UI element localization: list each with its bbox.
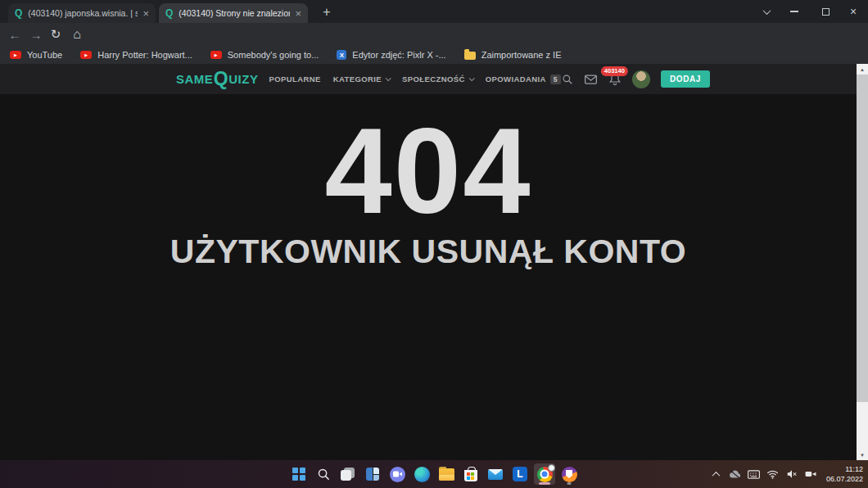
youtube-icon: ▶ [80, 51, 92, 59]
minimize-icon [790, 11, 798, 12]
folder-icon [464, 52, 476, 60]
scroll-up-arrow[interactable]: ▲ [857, 64, 868, 75]
edge-icon [414, 467, 430, 482]
back-button[interactable]: ← [5, 25, 25, 44]
microsoft-store-button[interactable] [460, 463, 481, 485]
bookmark-harry-potter[interactable]: ▶ Harry Potter: Hogwart... [80, 50, 192, 60]
bookmarks-bar: ▶ YouTube ▶ Harry Potter: Hogwart... ▶ S… [0, 46, 868, 64]
bookmark-label: Zaimportowane z IE [481, 50, 562, 60]
mail-icon [488, 469, 503, 480]
file-explorer-icon [439, 468, 454, 481]
clock-date: 06.07.2022 [826, 474, 863, 484]
nav-label: POPULARNE [269, 75, 320, 84]
chevron-up-icon [712, 471, 721, 479]
bookmark-label: Harry Potter: Hogwart... [97, 50, 192, 60]
tab-search-chevron-icon[interactable] [757, 0, 776, 23]
tab-close-icon[interactable]: × [295, 8, 301, 19]
antivirus-button[interactable] [558, 463, 580, 485]
bookmark-youtube[interactable]: ▶ YouTube [10, 50, 62, 60]
logo-text: UIZY [228, 72, 258, 86]
chat-camera-icon [390, 467, 405, 482]
window-maximize-button[interactable] [816, 0, 835, 23]
browser-tab-active[interactable]: Q (403140) Strony nie znaleziono | sam × [159, 3, 308, 23]
start-button[interactable] [288, 463, 310, 485]
widgets-icon [366, 468, 379, 481]
bookmark-somebody[interactable]: ▶ Somebody's going to... [210, 50, 319, 60]
widgets-button[interactable] [362, 463, 383, 485]
add-quiz-button[interactable]: DODAJ [661, 70, 710, 88]
pixlr-icon: X [337, 50, 346, 60]
youtube-icon: ▶ [210, 51, 222, 59]
new-tab-button[interactable]: + [318, 3, 336, 21]
taskbar-search-button[interactable] [313, 463, 334, 485]
running-app-indicator [539, 482, 550, 485]
task-view-button[interactable] [337, 463, 359, 485]
home-button[interactable]: ⌂ [67, 25, 87, 44]
scroll-down-arrow[interactable]: ▼ [857, 450, 868, 460]
user-avatar[interactable] [632, 70, 650, 88]
tab-title: (403140) Strony nie znaleziono | sam [179, 8, 290, 18]
task-view-icon [341, 468, 355, 481]
error-code: 404 [0, 114, 857, 229]
search-icon [317, 468, 331, 481]
windows-taskbar: L [0, 460, 868, 488]
running-app-indicator [567, 482, 572, 485]
window-close-button[interactable]: × [843, 0, 863, 23]
nav-badge: 5 [550, 75, 561, 84]
tab-title: (403140) japonska.wisnia. | sameQu [28, 8, 138, 18]
chrome-notification-badge [548, 464, 555, 472]
site-search-icon[interactable] [561, 73, 574, 86]
bookmark-imported-folder[interactable]: Zaimportowane z IE [464, 50, 562, 60]
nav-item-opowiadania[interactable]: OPOWIADANIA5 [486, 75, 561, 84]
notifications-bell-icon[interactable]: 403140 [608, 73, 622, 86]
nav-item-popularne[interactable]: POPULARNE [269, 75, 320, 84]
notification-count-badge: 403140 [601, 66, 628, 76]
logo-q: Q [214, 70, 228, 88]
desktop-screen: Q (403140) japonska.wisnia. | sameQu × Q… [0, 0, 868, 488]
volume-muted-icon[interactable] [785, 468, 798, 481]
samequizy-logo[interactable]: SAMEQUIZY [176, 70, 258, 88]
browser-toolbar: ← → ↻ ⌂ samequizy.pl/author/juj11/ ☆ ⋮ [0, 23, 868, 46]
system-tray: 11:12 06.07.2022 [710, 460, 863, 488]
nav-label: OPOWIADANIA [486, 75, 546, 84]
windows-start-icon [292, 468, 305, 481]
clock-time: 11:12 [826, 464, 863, 474]
forward-button[interactable]: → [26, 25, 46, 44]
chevron-down-icon [386, 75, 391, 81]
site-header: SAMEQUIZY POPULARNE KATEGORIE SPOŁECZNOŚ… [0, 64, 857, 94]
nav-label: SPOŁECZNOŚĆ [402, 75, 465, 84]
l-app-icon: L [513, 467, 527, 481]
window-minimize-button[interactable] [784, 0, 804, 23]
maximize-icon [822, 8, 830, 16]
browser-tab-inactive[interactable]: Q (403140) japonska.wisnia. | sameQu × [8, 3, 156, 23]
chevron-down-icon [468, 75, 474, 81]
samequizy-favicon-icon: Q [15, 7, 22, 19]
tray-expand-button[interactable] [710, 468, 723, 481]
chrome-button[interactable] [534, 463, 555, 485]
samequizy-favicon-icon: Q [165, 7, 173, 19]
scrollbar-thumb[interactable] [857, 75, 868, 402]
wifi-icon[interactable] [766, 468, 780, 481]
bookmark-pixlr[interactable]: X Edytor zdjęć: Pixlr X -... [337, 50, 445, 60]
tab-close-icon[interactable]: × [142, 8, 149, 19]
page-scrollbar[interactable]: ▲ ▼ [857, 64, 868, 460]
edge-button[interactable] [411, 463, 432, 485]
chat-button[interactable] [387, 463, 408, 485]
site-main-nav: POPULARNE KATEGORIE SPOŁECZNOŚĆ OPOWIADA… [269, 75, 561, 84]
browser-tab-strip: Q (403140) japonska.wisnia. | sameQu × Q… [0, 0, 868, 23]
touch-keyboard-icon[interactable] [748, 468, 761, 481]
store-icon [464, 470, 477, 481]
reload-button[interactable]: ↻ [46, 25, 66, 44]
error-message: UŻYTKOWNIK USUNĄŁ KONTO [0, 233, 857, 271]
l-app-button[interactable]: L [509, 463, 531, 485]
chevron-down-icon [762, 7, 771, 15]
file-explorer-button[interactable] [436, 463, 457, 485]
taskbar-clock[interactable]: 11:12 06.07.2022 [826, 464, 863, 484]
logo-text: SAME [176, 72, 213, 86]
onedrive-cloud-icon[interactable] [729, 468, 742, 481]
messages-envelope-icon[interactable] [585, 73, 598, 86]
mail-button[interactable] [485, 463, 506, 485]
nav-item-kategorie[interactable]: KATEGORIE [333, 75, 390, 84]
camera-icon[interactable] [804, 468, 817, 481]
nav-item-spolecznosc[interactable]: SPOŁECZNOŚĆ [402, 75, 473, 84]
